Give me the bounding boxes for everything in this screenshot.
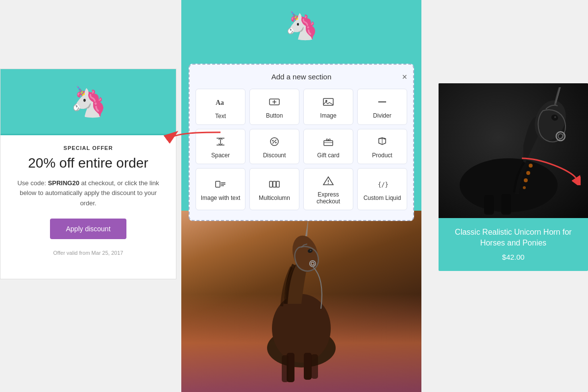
product-info: Classic Realistic Unicorn Horn for Horse… [439,218,588,271]
svg-point-19 [384,138,386,140]
section-item-text[interactable]: Aa Text [196,89,245,125]
section-item-multicolumn[interactable]: Multicolumn [249,168,299,210]
special-offer-label: SPECIAL OFFER [15,145,161,151]
image-with-text-section-icon [215,179,226,192]
modal-title: Add a new section [271,73,332,81]
discount-section-label: Discount [263,152,286,159]
discount-section-icon [269,136,280,149]
section-item-image[interactable]: Image [303,89,353,125]
divider-section-icon [376,97,388,110]
image-section-label: Image [320,112,336,119]
image-with-text-section-label: Image with text [201,195,241,201]
center-panel: 🦄 Add a new section × Aa Text [181,0,421,392]
section-item-express-checkout[interactable]: Express checkout [303,168,353,210]
discount-headline: 20% off entire order [15,155,161,172]
product-name: Classic Realistic Unicorn Horn for Horse… [446,227,580,249]
svg-rect-37 [304,353,312,380]
multicolumn-section-icon [269,179,280,192]
svg-rect-24 [270,181,272,187]
section-item-discount[interactable]: Discount [249,129,299,164]
svg-text:{/}: {/} [378,181,388,188]
arrow-left-indicator [162,127,225,154]
svg-rect-39 [311,354,318,379]
center-top: 🦄 [181,0,421,47]
offer-valid-text: Offer valid from Mar 25, 2017 [15,250,161,256]
left-email-preview: 🦄 SPECIAL OFFER 20% off entire order Use… [0,69,176,279]
svg-rect-25 [273,181,276,187]
modal-close-button[interactable]: × [402,73,407,81]
svg-point-46 [554,116,556,118]
svg-point-14 [275,142,277,144]
horse-image-placeholder [181,211,421,392]
section-item-button[interactable]: Button [249,89,299,125]
multicolumn-section-label: Multicolumn [259,195,290,201]
svg-rect-26 [276,181,279,187]
svg-rect-20 [216,181,220,187]
center-horse-image [181,211,421,392]
svg-point-35 [310,250,312,251]
express-checkout-section-icon [322,175,334,189]
section-grid: Aa Text Button [196,89,407,210]
product-section-icon [376,136,388,149]
product-section-label: Product [372,152,392,159]
section-item-custom-liquid[interactable]: {/} Custom Liquid [357,168,407,210]
apply-discount-button[interactable]: Apply discount [50,219,126,239]
custom-liquid-section-label: Custom Liquid [364,195,401,201]
svg-rect-53 [484,195,494,215]
text-section-icon: Aa [215,96,226,110]
button-section-label: Button [266,112,283,119]
svg-rect-38 [282,355,289,382]
section-item-gift-card[interactable]: Gift card [303,129,353,164]
discount-body-text: Use code: SPRING20 at checkout, or click… [15,178,161,209]
email-header: 🦄 [0,69,176,135]
modal-header: Add a new section × [196,73,407,81]
svg-point-6 [325,100,327,102]
custom-liquid-section-icon: {/} [376,179,388,192]
button-section-icon [269,97,280,110]
email-body: SPECIAL OFFER 20% off entire order Use c… [0,135,176,266]
image-section-icon [322,97,334,110]
product-price: $42.00 [446,253,580,261]
gift-card-section-icon [322,136,334,149]
divider-section-label: Divider [373,112,391,119]
express-checkout-section-label: Express checkout [308,191,349,205]
unicorn-icon-left: 🦄 [70,84,107,119]
svg-point-29 [328,183,329,184]
svg-point-13 [272,140,274,142]
svg-text:Aa: Aa [216,99,224,106]
arrow-right-indicator [517,151,581,187]
text-section-label: Text [215,113,226,120]
section-item-image-with-text[interactable]: Image with text [196,168,245,210]
gift-card-section-label: Gift card [317,152,339,159]
section-item-product[interactable]: Product [357,129,407,164]
unicorn-icon-center: 🦄 [285,10,318,42]
promo-code: SPRING20 [48,179,79,187]
svg-rect-15 [324,141,333,146]
section-item-divider[interactable]: Divider [357,89,407,125]
svg-rect-5 [323,98,333,105]
svg-rect-54 [501,194,511,215]
